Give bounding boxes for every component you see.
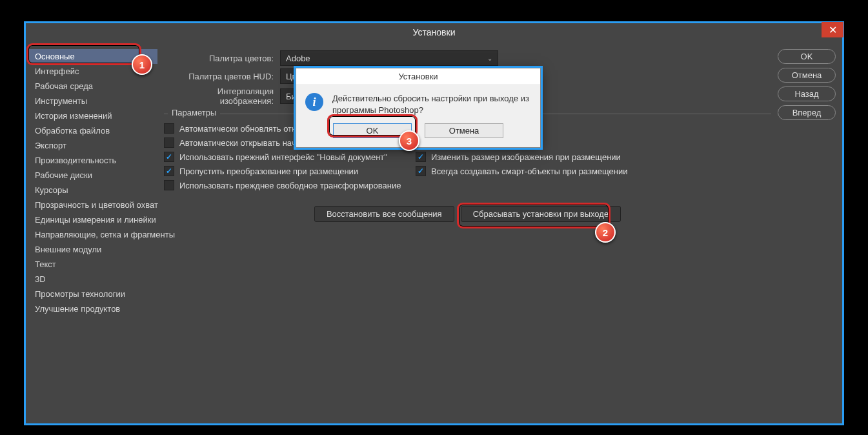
label-hud: Палитра цветов HUD:: [164, 72, 280, 81]
label-color-picker: Палитра цветов:: [164, 54, 280, 63]
select-interp-value: Би: [286, 92, 296, 101]
right-buttons: OK Отмена Назад Вперед: [778, 48, 836, 417]
sidebar-item-transparency[interactable]: Прозрачность и цветовой охват: [28, 197, 157, 212]
sidebar-item-workspace[interactable]: Рабочая среда: [28, 79, 157, 94]
check-smart-objects[interactable]: Всегда создавать смарт-объекты при разме…: [416, 166, 771, 176]
sidebar-item-cursors[interactable]: Курсоры: [28, 183, 157, 197]
dialog-title: Установки: [296, 68, 540, 85]
sidebar: Основные Интерфейс Рабочая среда Инструм…: [28, 48, 157, 417]
check-auto-update-label: Автоматически обновлять откр: [179, 124, 300, 134]
check-resize-place[interactable]: Изменить размер изображения при размещен…: [416, 152, 771, 162]
dialog-cancel-button[interactable]: Отмена: [425, 123, 503, 138]
window-title: Установки: [413, 27, 456, 37]
check-legacy-newdoc[interactable]: Использовать прежний интерфейс "Новый до…: [164, 152, 409, 162]
close-icon: ✕: [829, 24, 837, 36]
info-icon: i: [305, 93, 323, 111]
confirm-reset-dialog: Установки i Действительно сбросить настр…: [296, 68, 541, 148]
check-skip-transform[interactable]: Пропустить преобразование при размещении: [164, 166, 409, 176]
sidebar-item-3d[interactable]: 3D: [28, 272, 157, 287]
back-button[interactable]: Назад: [778, 86, 836, 101]
reset-on-quit-button[interactable]: Сбрасывать установки при выходе: [461, 206, 621, 222]
select-color-picker-value: Adobe: [286, 54, 310, 63]
fieldset-legend: Параметры: [168, 108, 220, 117]
cancel-button[interactable]: Отмена: [778, 68, 836, 83]
dialog-ok-button[interactable]: OK: [333, 123, 412, 138]
restore-messages-button[interactable]: Восстановить все сообщения: [314, 206, 454, 222]
sidebar-item-history[interactable]: История изменений: [28, 108, 157, 123]
close-button[interactable]: ✕: [822, 22, 843, 37]
titlebar: Установки ✕: [26, 23, 842, 41]
chevron-down-icon: ⌄: [487, 55, 492, 62]
check-legacy-newdoc-label: Использовать прежний интерфейс "Новый до…: [179, 152, 387, 162]
sidebar-item-product[interactable]: Улучшение продуктов: [28, 301, 157, 316]
sidebar-item-units[interactable]: Единицы измерения и линейки: [28, 212, 157, 227]
checkbox-resize-place[interactable]: [416, 152, 426, 162]
row-color-picker: Палитра цветов: Adobe ⌄: [164, 50, 771, 66]
sidebar-item-interface[interactable]: Интерфейс: [28, 64, 157, 79]
dialog-buttons: OK Отмена: [296, 119, 540, 147]
checkbox-smart-objects[interactable]: [416, 166, 426, 176]
sidebar-item-guides[interactable]: Направляющие, сетка и фрагменты: [28, 227, 157, 242]
main-button-row: Восстановить все сообщения Сбрасывать ус…: [164, 206, 771, 222]
sidebar-item-scratch[interactable]: Рабочие диски: [28, 168, 157, 183]
dialog-text: Действительно сбросить настройки при вых…: [332, 93, 531, 116]
sidebar-item-performance[interactable]: Производительность: [28, 153, 157, 168]
checkbox-auto-update[interactable]: [164, 123, 174, 134]
label-interp: Интерполяция изображения:: [164, 86, 280, 106]
check-resize-place-label: Изменить размер изображения при размещен…: [431, 152, 621, 162]
check-legacy-freetransform-label: Использовать прежднее свободное трансфор…: [179, 181, 401, 190]
sidebar-item-type[interactable]: Текст: [28, 257, 157, 272]
sidebar-item-general[interactable]: Основные: [28, 49, 157, 64]
sidebar-item-techpreview[interactable]: Просмотры технологии: [28, 287, 157, 301]
sidebar-item-tools[interactable]: Инструменты: [28, 94, 157, 108]
sidebar-item-filehandle[interactable]: Обработка файлов: [28, 123, 157, 138]
select-color-picker[interactable]: Adobe ⌄: [280, 50, 498, 66]
dialog-body: i Действительно сбросить настройки при в…: [296, 85, 540, 119]
sidebar-item-export[interactable]: Экспорт: [28, 138, 157, 153]
sidebar-item-plugins[interactable]: Внешние модули: [28, 242, 157, 257]
forward-button[interactable]: Вперед: [778, 105, 836, 120]
check-legacy-freetransform[interactable]: Использовать прежднее свободное трансфор…: [164, 180, 409, 190]
check-smart-objects-label: Всегда создавать смарт-объекты при разме…: [431, 167, 628, 176]
checkbox-legacy-freetransform[interactable]: [164, 180, 174, 190]
checkbox-legacy-newdoc[interactable]: [164, 152, 174, 162]
checkbox-skip-transform[interactable]: [164, 166, 174, 176]
ok-button[interactable]: OK: [778, 49, 836, 64]
check-auto-open-label: Автоматически открывать нач: [179, 138, 296, 148]
checkbox-auto-open[interactable]: [164, 137, 174, 148]
check-skip-transform-label: Пропустить преобразование при размещении: [179, 167, 358, 176]
